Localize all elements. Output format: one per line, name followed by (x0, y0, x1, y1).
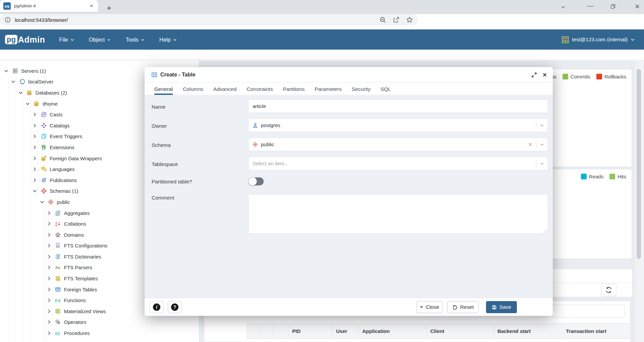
dialog-help-button[interactable]: ? (168, 301, 182, 313)
chevron-right-icon[interactable] (33, 156, 37, 161)
chevron-down-icon[interactable] (11, 79, 15, 84)
dialog-tab-parameters[interactable]: Parameters (315, 82, 341, 95)
reset-button[interactable]: Reset (447, 301, 479, 313)
schema-clear-icon[interactable]: × (528, 141, 532, 148)
chevron-down-icon[interactable] (33, 189, 37, 193)
refresh-button[interactable] (601, 283, 616, 296)
menu-help[interactable]: Help (159, 37, 177, 43)
chevron-right-icon[interactable] (47, 309, 51, 314)
menu-tools[interactable]: Tools (125, 37, 145, 43)
column-header-empty[interactable] (247, 323, 260, 339)
window-restore-button[interactable] (610, 4, 615, 9)
foreign-data-wrappers-icon (41, 156, 47, 161)
dialog-close-icon[interactable]: × (543, 71, 547, 78)
chevron-right-icon[interactable] (47, 222, 51, 226)
dialog-tab-constraints[interactable]: Constraints (247, 82, 273, 95)
chevron-right-icon[interactable] (47, 233, 51, 237)
chevron-right-icon[interactable] (47, 265, 51, 270)
column-header-empty[interactable] (273, 323, 288, 339)
dialog-tab-columns[interactable]: Columns (183, 82, 203, 95)
schema-chevron-icon[interactable] (540, 142, 544, 147)
chevron-right-icon[interactable] (33, 134, 37, 138)
site-info-icon[interactable] (5, 17, 11, 23)
schema-select[interactable]: public × (248, 137, 548, 151)
window-close-button[interactable]: ✕ (635, 3, 640, 10)
tab-close-icon[interactable]: × (89, 2, 95, 9)
chevron-right-icon[interactable] (33, 167, 37, 171)
browser-tab[interactable]: pg pgAdmin 4 × (0, 0, 98, 12)
chevron-right-icon[interactable] (33, 123, 37, 128)
chevron-right-icon[interactable] (33, 145, 37, 150)
dialog-tab-advanced[interactable]: Advanced (213, 82, 236, 95)
dialog-tab-sql[interactable]: SQL (380, 82, 391, 95)
save-button[interactable]: Save (486, 301, 517, 313)
chevron-right-icon[interactable] (47, 331, 51, 335)
owner-select[interactable]: postgres (248, 118, 548, 132)
column-header-user[interactable]: User (332, 323, 358, 339)
dialog-expand-icon[interactable] (531, 72, 537, 78)
chevron-right-icon[interactable] (47, 243, 51, 248)
dialog-tab-security[interactable]: Security (352, 82, 370, 95)
owner-chevron-icon[interactable] (540, 123, 544, 128)
catalogs-icon (41, 123, 47, 128)
tablespace-chevron-icon[interactable] (540, 161, 544, 166)
chevron-right-icon[interactable] (47, 287, 51, 292)
comment-input[interactable] (249, 194, 548, 233)
url-bar[interactable]: localhost:5433/browser/ (0, 14, 418, 25)
partitioned-toggle[interactable] (248, 177, 264, 185)
svg-text:{≡}: {≡} (55, 298, 60, 303)
dialog-tab-partitions[interactable]: Partitions (283, 82, 305, 95)
user-menu[interactable]: test@123.com (internal) (562, 36, 635, 43)
resize-grip-icon[interactable] (543, 229, 547, 233)
user-gravatar (562, 36, 569, 43)
new-tab-button[interactable]: + (107, 3, 111, 13)
chevron-down-icon[interactable] (40, 200, 44, 204)
chevron-down-icon[interactable] (25, 102, 30, 106)
column-header-empty[interactable] (260, 323, 273, 339)
column-header-client[interactable]: Client (426, 323, 493, 339)
bookmark-star-icon[interactable] (406, 16, 413, 23)
zoom-out-icon[interactable] (379, 16, 386, 23)
chevron-right-icon[interactable] (47, 320, 51, 324)
column-header-transaction-start[interactable]: Transaction start (562, 323, 630, 339)
column-header-application[interactable]: Application (358, 323, 426, 339)
name-input[interactable] (253, 103, 544, 109)
tablespace-label: Tablespace (152, 161, 178, 167)
column-header-backend-start[interactable]: Backend start (493, 323, 562, 339)
chevron-right-icon[interactable] (47, 298, 51, 302)
window-minimize-button[interactable]: — (587, 2, 594, 10)
share-icon[interactable] (392, 16, 400, 23)
sql-help-button[interactable]: i (150, 301, 164, 313)
tree-item-sequences[interactable]: 123Sequences (0, 339, 199, 342)
tree-item-procedures[interactable]: {()}Procedures (0, 328, 199, 339)
chevron-right-icon[interactable] (47, 254, 51, 259)
chevron-right-icon[interactable] (33, 112, 37, 117)
menu-file[interactable]: File (59, 37, 74, 43)
fts-parsers-icon: Aa (55, 265, 61, 270)
chevron-right-icon[interactable] (47, 211, 51, 215)
tree-item-label: Functions (64, 297, 86, 303)
pgadmin-navbar: pg Admin FileObjectToolsHelp test@123.co… (0, 30, 644, 50)
scrollbar-thumb[interactable] (637, 69, 641, 259)
activity-search-input[interactable] (552, 305, 625, 318)
tree-item-operators[interactable]: Operators (0, 317, 199, 328)
name-field[interactable] (248, 99, 548, 113)
chevron-down-icon (70, 38, 74, 42)
window-menu-chevron-icon[interactable] (561, 5, 566, 9)
chevron-down-icon[interactable] (18, 91, 23, 95)
tablespace-select[interactable]: Select an item... (248, 157, 548, 170)
chevron-right-icon[interactable] (33, 178, 37, 182)
user-menu-chevron-icon (631, 38, 635, 42)
close-button[interactable]: × Close (417, 301, 442, 313)
tree-item-label: FTS Dictionaries (64, 254, 101, 260)
chevron-down-icon[interactable] (4, 69, 8, 73)
comment-label: Comment (152, 195, 174, 201)
comment-field[interactable] (248, 194, 548, 234)
menu-object[interactable]: Object (89, 37, 111, 43)
dialog-header[interactable]: Create - Table × (145, 67, 553, 82)
column-header-pid[interactable]: PID (288, 323, 332, 339)
dashboard-scrollbar[interactable] (635, 61, 644, 342)
url-text[interactable]: localhost:5433/browser/ (15, 17, 373, 23)
dialog-tab-general[interactable]: General (154, 82, 173, 95)
chevron-right-icon[interactable] (47, 276, 51, 281)
